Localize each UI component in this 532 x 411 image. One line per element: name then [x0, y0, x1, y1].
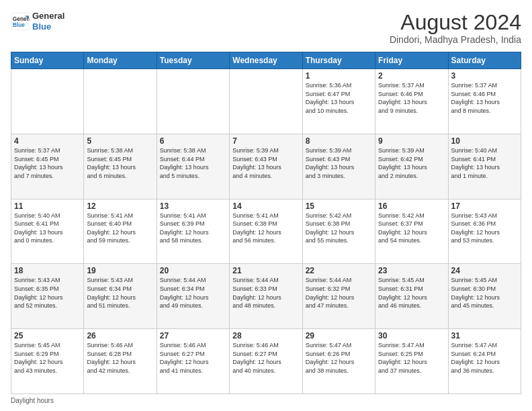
day-info: Sunrise: 5:39 AMSunset: 6:43 PMDaylight:… [306, 146, 372, 180]
page: General Blue General Blue August 2024 Di… [0, 0, 532, 411]
day-number: 20 [160, 266, 226, 275]
calendar-cell: 5Sunrise: 5:38 AMSunset: 6:45 PMDaylight… [84, 134, 157, 199]
calendar-cell: 10Sunrise: 5:40 AMSunset: 6:41 PMDayligh… [448, 134, 521, 199]
calendar-week-1: 1Sunrise: 5:36 AMSunset: 6:47 PMDaylight… [11, 69, 521, 134]
day-info: Sunrise: 5:40 AMSunset: 6:41 PMDaylight:… [451, 146, 518, 180]
calendar-cell [157, 69, 229, 134]
day-info: Sunrise: 5:37 AMSunset: 6:46 PMDaylight:… [451, 81, 518, 115]
calendar-header-row: Sunday Monday Tuesday Wednesday Thursday… [11, 52, 521, 69]
day-number: 11 [14, 201, 81, 211]
day-info: Sunrise: 5:40 AMSunset: 6:41 PMDaylight:… [14, 212, 81, 245]
calendar-cell: 1Sunrise: 5:36 AMSunset: 6:47 PMDaylight… [302, 69, 375, 134]
col-tuesday: Tuesday [157, 52, 229, 69]
calendar-cell: 8Sunrise: 5:39 AMSunset: 6:43 PMDaylight… [302, 134, 375, 199]
calendar-cell: 31Sunrise: 5:47 AMSunset: 6:24 PMDayligh… [448, 329, 521, 394]
day-info: Sunrise: 5:36 AMSunset: 6:47 PMDaylight:… [306, 81, 372, 115]
calendar-cell: 19Sunrise: 5:43 AMSunset: 6:34 PMDayligh… [84, 264, 157, 329]
day-info: Sunrise: 5:39 AMSunset: 6:43 PMDaylight:… [232, 146, 299, 180]
day-number: 16 [378, 201, 445, 211]
logo: General Blue General Blue [11, 11, 64, 32]
calendar-cell: 6Sunrise: 5:38 AMSunset: 6:44 PMDaylight… [157, 134, 229, 199]
day-number: 3 [451, 71, 518, 81]
calendar-cell: 25Sunrise: 5:45 AMSunset: 6:29 PMDayligh… [11, 329, 84, 394]
svg-text:Blue: Blue [13, 21, 25, 28]
day-info: Sunrise: 5:46 AMSunset: 6:28 PMDaylight:… [87, 341, 153, 375]
calendar-cell: 21Sunrise: 5:44 AMSunset: 6:33 PMDayligh… [230, 264, 302, 329]
day-number: 2 [378, 71, 445, 81]
day-number: 24 [451, 266, 518, 275]
calendar-week-4: 18Sunrise: 5:43 AMSunset: 6:35 PMDayligh… [11, 264, 521, 329]
calendar-week-5: 25Sunrise: 5:45 AMSunset: 6:29 PMDayligh… [11, 329, 521, 394]
day-number: 12 [87, 201, 153, 211]
day-info: Sunrise: 5:46 AMSunset: 6:27 PMDaylight:… [232, 341, 299, 375]
day-info: Sunrise: 5:42 AMSunset: 6:38 PMDaylight:… [306, 212, 372, 245]
day-number: 22 [306, 266, 372, 275]
calendar-cell: 24Sunrise: 5:45 AMSunset: 6:30 PMDayligh… [448, 264, 521, 329]
day-info: Sunrise: 5:45 AMSunset: 6:31 PMDaylight:… [378, 276, 445, 310]
day-info: Sunrise: 5:46 AMSunset: 6:27 PMDaylight:… [160, 341, 226, 375]
day-number: 30 [378, 331, 445, 340]
day-info: Sunrise: 5:47 AMSunset: 6:26 PMDaylight:… [306, 341, 372, 375]
logo-line2: Blue [32, 21, 64, 32]
calendar-cell: 30Sunrise: 5:47 AMSunset: 6:25 PMDayligh… [375, 329, 448, 394]
day-number: 26 [87, 331, 153, 340]
day-number: 6 [160, 136, 226, 146]
day-info: Sunrise: 5:41 AMSunset: 6:39 PMDaylight:… [160, 212, 226, 245]
day-number: 10 [451, 136, 518, 146]
calendar-cell [11, 69, 84, 134]
day-info: Sunrise: 5:44 AMSunset: 6:32 PMDaylight:… [306, 276, 372, 310]
calendar-cell: 23Sunrise: 5:45 AMSunset: 6:31 PMDayligh… [375, 264, 448, 329]
calendar-cell: 20Sunrise: 5:44 AMSunset: 6:34 PMDayligh… [157, 264, 229, 329]
day-number: 23 [378, 266, 445, 275]
day-number: 18 [14, 266, 81, 275]
day-info: Sunrise: 5:43 AMSunset: 6:36 PMDaylight:… [451, 212, 518, 245]
calendar-cell: 11Sunrise: 5:40 AMSunset: 6:41 PMDayligh… [11, 199, 84, 264]
day-info: Sunrise: 5:41 AMSunset: 6:38 PMDaylight:… [232, 212, 299, 245]
day-info: Sunrise: 5:38 AMSunset: 6:44 PMDaylight:… [160, 146, 226, 180]
col-wednesday: Wednesday [230, 52, 302, 69]
sub-title: Dindori, Madhya Pradesh, India [390, 34, 521, 45]
calendar-week-3: 11Sunrise: 5:40 AMSunset: 6:41 PMDayligh… [11, 199, 521, 264]
day-number: 28 [232, 331, 299, 340]
col-thursday: Thursday [302, 52, 375, 69]
day-number: 25 [14, 331, 81, 340]
calendar-cell: 9Sunrise: 5:39 AMSunset: 6:42 PMDaylight… [375, 134, 448, 199]
day-number: 29 [306, 331, 372, 340]
calendar-cell: 2Sunrise: 5:37 AMSunset: 6:46 PMDaylight… [375, 69, 448, 134]
calendar-cell: 28Sunrise: 5:46 AMSunset: 6:27 PMDayligh… [230, 329, 302, 394]
logo-icon: General Blue [11, 12, 30, 31]
calendar-cell [230, 69, 302, 134]
day-number: 31 [451, 331, 518, 340]
col-saturday: Saturday [448, 52, 521, 69]
calendar-cell: 7Sunrise: 5:39 AMSunset: 6:43 PMDaylight… [230, 134, 302, 199]
day-info: Sunrise: 5:45 AMSunset: 6:29 PMDaylight:… [14, 341, 81, 375]
day-number: 9 [378, 136, 445, 146]
day-info: Sunrise: 5:37 AMSunset: 6:46 PMDaylight:… [378, 81, 445, 115]
calendar-cell [84, 69, 157, 134]
main-title: August 2024 [390, 11, 521, 34]
day-number: 7 [232, 136, 299, 146]
day-info: Sunrise: 5:39 AMSunset: 6:42 PMDaylight:… [378, 146, 445, 180]
day-number: 15 [306, 201, 372, 211]
day-info: Sunrise: 5:44 AMSunset: 6:33 PMDaylight:… [232, 276, 299, 310]
col-friday: Friday [375, 52, 448, 69]
calendar-cell: 15Sunrise: 5:42 AMSunset: 6:38 PMDayligh… [302, 199, 375, 264]
day-number: 14 [232, 201, 299, 211]
day-info: Sunrise: 5:42 AMSunset: 6:37 PMDaylight:… [378, 212, 445, 245]
day-info: Sunrise: 5:43 AMSunset: 6:35 PMDaylight:… [14, 276, 81, 310]
day-info: Sunrise: 5:43 AMSunset: 6:34 PMDaylight:… [87, 276, 153, 310]
calendar-cell: 29Sunrise: 5:47 AMSunset: 6:26 PMDayligh… [302, 329, 375, 394]
col-monday: Monday [84, 52, 157, 69]
day-info: Sunrise: 5:41 AMSunset: 6:40 PMDaylight:… [87, 212, 153, 245]
day-info: Sunrise: 5:47 AMSunset: 6:25 PMDaylight:… [378, 341, 445, 375]
calendar-cell: 12Sunrise: 5:41 AMSunset: 6:40 PMDayligh… [84, 199, 157, 264]
calendar-cell: 22Sunrise: 5:44 AMSunset: 6:32 PMDayligh… [302, 264, 375, 329]
header: General Blue General Blue August 2024 Di… [11, 11, 521, 45]
col-sunday: Sunday [11, 52, 84, 69]
day-info: Sunrise: 5:44 AMSunset: 6:34 PMDaylight:… [160, 276, 226, 310]
day-number: 27 [160, 331, 226, 340]
day-info: Sunrise: 5:45 AMSunset: 6:30 PMDaylight:… [451, 276, 518, 310]
day-number: 13 [160, 201, 226, 211]
calendar-cell: 17Sunrise: 5:43 AMSunset: 6:36 PMDayligh… [448, 199, 521, 264]
day-number: 21 [232, 266, 299, 275]
